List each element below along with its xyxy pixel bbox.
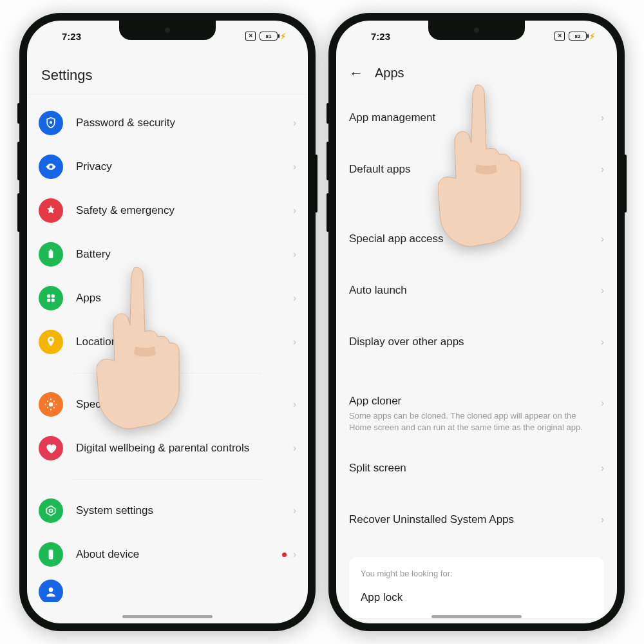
shield-icon [39,111,63,135]
chevron-right-icon: › [293,249,296,260]
row-digital-wellbeing[interactable]: Digital wellbeing & parental controls › [35,426,300,470]
side-button [327,193,329,232]
chevron-right-icon: › [293,117,296,129]
phone-frame-left: 7:23 ✕ 81 ⚡︎ Settings Password & securit… [19,13,316,631]
settings-list: Password & security › Privacy › Safety &… [27,95,308,602]
heart-icon [39,436,63,460]
row-label: Display over other apps [349,336,601,348]
svg-rect-4 [52,294,55,298]
side-button [17,193,20,232]
row-location[interactable]: Location › [35,320,300,364]
side-button [327,142,329,180]
side-button [315,155,317,213]
chevron-right-icon: › [601,233,604,245]
apps-icon [39,286,63,310]
row-label: Split screen [349,462,601,475]
phone-icon [39,542,63,567]
charging-icon: ⚡︎ [589,32,595,41]
row-label: Recover Uninstalled System Apps [349,513,601,526]
chevron-right-icon: › [293,161,296,173]
location-icon [39,330,63,354]
row-label: Digital wellbeing & parental controls [76,441,293,455]
row-label: Auto launch [349,284,601,297]
row-label: Special [76,397,293,411]
divider [73,479,261,480]
row-app-management[interactable]: App management › [349,92,604,144]
chevron-right-icon: › [293,292,296,304]
row-label: About device [76,547,282,561]
svg-rect-1 [49,251,53,258]
row-label: Default apps [349,163,601,176]
row-recover-uninstalled[interactable]: Recover Uninstalled System Apps › [349,494,604,545]
status-nav-icon: ✕ [554,32,565,41]
svg-point-11 [49,587,53,592]
chevron-right-icon: › [601,285,604,296]
emergency-icon [39,198,63,223]
home-indicator[interactable] [431,615,522,618]
row-label: App management [349,111,601,124]
divider [73,373,261,374]
row-safety-emergency[interactable]: Safety & emergency › [35,189,300,232]
svg-marker-8 [46,506,55,516]
row-auto-launch[interactable]: Auto launch › [349,265,604,316]
row-special-app-access[interactable]: Special app access › [349,213,604,265]
chevron-right-icon: › [601,336,604,348]
apps-list: App management › Default apps › Special … [336,92,617,545]
row-label: Apps [76,291,293,305]
charging-icon: ⚡︎ [280,32,286,41]
back-button[interactable]: ← [349,66,363,80]
battery-indicator: 82 [569,32,587,41]
row-label: Battery [76,247,293,261]
suggestion-title: You might be looking for: [361,569,592,578]
chevron-right-icon: › [293,505,296,516]
suggestion-card: You might be looking for: App lock [349,557,604,618]
row-app-cloner[interactable]: App cloner Some apps can be cloned. The … [349,386,604,442]
page-title: Apps [375,66,404,80]
svg-point-9 [50,509,53,513]
row-default-apps[interactable]: Default apps › [349,144,604,195]
row-label: System settings [76,504,293,517]
suggestion-item-app-lock[interactable]: App lock [361,591,592,604]
row-label: Safety & emergency [76,204,293,217]
row-split-screen[interactable]: Split screen › [349,442,604,494]
row-special-features[interactable]: Special › [35,383,300,426]
side-button [327,103,329,124]
svg-rect-2 [50,250,52,251]
svg-rect-6 [52,299,55,302]
row-subtitle: Some apps can be cloned. The cloned app … [349,410,601,433]
row-about-device[interactable]: About device › [35,533,300,576]
page-title: Settings [27,52,308,94]
row-peek-next[interactable] [35,576,300,602]
row-label: App cloner [349,395,601,408]
row-password-security[interactable]: Password & security › [35,101,300,145]
chevron-right-icon: › [601,164,604,175]
row-label: Location [76,335,293,348]
row-label: Special app access [349,232,601,245]
side-button [17,103,20,124]
phone-notch [428,21,525,40]
gear-icon [39,392,63,417]
row-system-settings[interactable]: System settings › [35,489,300,533]
phone-frame-right: 7:23 ✕ 82 ⚡︎ ← Apps App management › Def… [328,13,625,631]
chevron-right-icon: › [601,397,604,409]
row-label: Privacy [76,160,293,173]
chevron-right-icon: › [601,462,604,474]
side-button [624,155,627,213]
chevron-right-icon: › [601,112,604,124]
status-time: 7:23 [46,31,81,42]
chevron-right-icon: › [293,442,296,454]
svg-point-0 [50,122,52,124]
row-display-over-apps[interactable]: Display over other apps › [349,316,604,368]
row-battery[interactable]: Battery › [35,232,300,276]
row-apps[interactable]: Apps › [35,276,300,320]
row-label: Password & security [76,116,293,129]
battery-icon [39,242,63,267]
users-icon [39,580,63,602]
chevron-right-icon: › [293,336,296,348]
phone-notch [119,21,216,40]
row-privacy[interactable]: Privacy › [35,145,300,189]
status-nav-icon: ✕ [245,32,256,41]
svg-rect-10 [49,550,53,560]
home-indicator[interactable] [122,615,213,618]
update-dot-icon [282,553,287,557]
